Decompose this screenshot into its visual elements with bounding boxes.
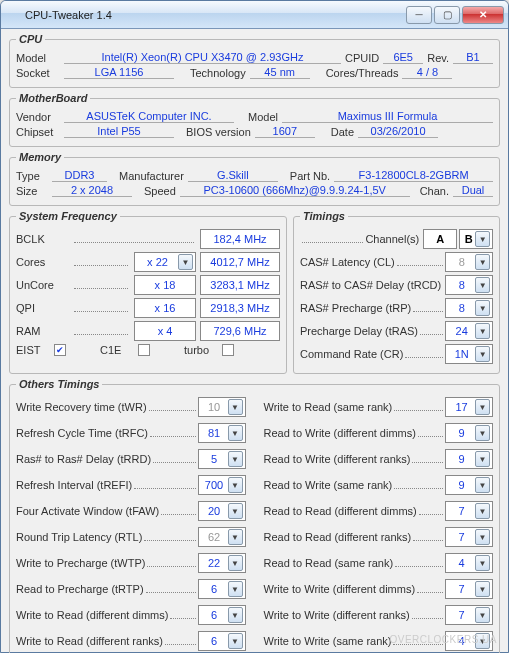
timing-select[interactable]: 9▼ xyxy=(445,449,493,469)
chevron-down-icon: ▼ xyxy=(228,451,243,467)
label: Manufacturer xyxy=(119,170,184,182)
uncore-value: 3283,1 MHz xyxy=(200,275,280,295)
mb-legend: MotherBoard xyxy=(16,92,90,104)
cpu-tech: 45 nm xyxy=(250,66,310,79)
timing-label: Write Recovery time (tWR) xyxy=(16,401,147,413)
timing-label: Write to Read (different ranks) xyxy=(16,635,163,647)
label: RAM xyxy=(16,325,68,337)
cpu-cores-threads: 4 / 8 xyxy=(402,66,452,79)
timing-select[interactable]: 8▼ xyxy=(445,275,493,295)
chevron-down-icon: ▼ xyxy=(475,231,490,247)
sys-legend: System Frequency xyxy=(16,210,120,222)
timing-select[interactable]: 10▼ xyxy=(198,397,246,417)
mb-chipset: Intel P55 xyxy=(64,125,174,138)
ram-value: 729,6 MHz xyxy=(200,321,280,341)
label: BIOS version xyxy=(186,126,251,138)
timing-label: Write to Read (same rank) xyxy=(264,401,393,413)
label: Chipset xyxy=(16,126,60,138)
close-button[interactable]: ✕ xyxy=(462,6,504,24)
timing-select[interactable]: 700▼ xyxy=(198,475,246,495)
timing-select[interactable]: 7▼ xyxy=(445,605,493,625)
cores-value: 4012,7 MHz xyxy=(200,252,280,272)
chevron-down-icon: ▼ xyxy=(228,581,243,597)
label: Date xyxy=(331,126,354,138)
timing-select[interactable]: 9▼ xyxy=(445,475,493,495)
label: turbo xyxy=(184,344,218,356)
timing-select[interactable]: 22▼ xyxy=(198,553,246,573)
timing-select[interactable]: 7▼ xyxy=(445,527,493,547)
timing-select[interactable]: 6▼ xyxy=(198,631,246,651)
timing-select[interactable]: 17▼ xyxy=(445,397,493,417)
timing-label: CAS# Latency (CL) xyxy=(300,256,395,268)
turbo-checkbox[interactable] xyxy=(222,344,234,356)
mem-mfr: G.Skill xyxy=(188,169,278,182)
c1e-checkbox[interactable] xyxy=(138,344,150,356)
timing-select[interactable]: 8▼ xyxy=(445,298,493,318)
minimize-button[interactable]: ─ xyxy=(406,6,432,24)
mb-model: Maximus III Formula xyxy=(282,110,493,123)
chevron-down-icon: ▼ xyxy=(475,555,490,571)
chevron-down-icon: ▼ xyxy=(228,399,243,415)
titlebar[interactable]: CPU-Tweaker 1.4 ─ ▢ ✕ xyxy=(1,1,508,29)
timing-select[interactable]: 4▼ xyxy=(445,553,493,573)
timing-label: Read to Read (same rank) xyxy=(264,557,394,569)
cpu-group: CPU Model Intel(R) Xeon(R) CPU X3470 @ 2… xyxy=(9,33,500,88)
timing-select[interactable]: 7▼ xyxy=(445,501,493,521)
timing-label: Write to Write (same rank) xyxy=(264,635,392,647)
mb-date: 03/26/2010 xyxy=(358,125,438,138)
label: Speed xyxy=(144,185,176,197)
channel-a-select[interactable]: A xyxy=(423,229,457,249)
memory-group: Memory Type DDR3 Manufacturer G.Skill Pa… xyxy=(9,151,500,206)
label: Model xyxy=(248,111,278,123)
timing-select[interactable]: 1N▼ xyxy=(445,344,493,364)
motherboard-group: MotherBoard Vendor ASUSTeK Computer INC.… xyxy=(9,92,500,147)
window-title: CPU-Tweaker 1.4 xyxy=(5,9,404,21)
label: Chan. xyxy=(420,185,449,197)
timing-label: Read to Read (different ranks) xyxy=(264,531,412,543)
timing-label: Read to Write (different dimms) xyxy=(264,427,416,439)
label: BCLK xyxy=(16,233,68,245)
timing-select[interactable]: 24▼ xyxy=(445,321,493,341)
label: Cores xyxy=(16,256,68,268)
qpi-mult: x 16 xyxy=(134,298,196,318)
timing-select[interactable]: 9▼ xyxy=(445,423,493,443)
eist-checkbox[interactable]: ✔ xyxy=(54,344,66,356)
timing-label: Write to Write (different dimms) xyxy=(264,583,416,595)
chevron-down-icon: ▼ xyxy=(475,529,490,545)
channel-b-select[interactable]: B▼ xyxy=(459,229,493,249)
label: Size xyxy=(16,185,48,197)
timing-label: Precharge Delay (tRAS) xyxy=(300,325,418,337)
uncore-mult: x 18 xyxy=(134,275,196,295)
tim-legend: Timings xyxy=(300,210,348,222)
timing-label: RAS# Precharge (tRP) xyxy=(300,302,411,314)
timing-label: Refresh Interval (tREFI) xyxy=(16,479,132,491)
timing-select[interactable]: 6▼ xyxy=(198,579,246,599)
qpi-value: 2918,3 MHz xyxy=(200,298,280,318)
maximize-button[interactable]: ▢ xyxy=(434,6,460,24)
chevron-down-icon: ▼ xyxy=(228,477,243,493)
timing-select[interactable]: 5▼ xyxy=(198,449,246,469)
chevron-down-icon: ▼ xyxy=(475,300,490,316)
timing-select[interactable]: 8▼ xyxy=(445,252,493,272)
timing-select[interactable]: 6▼ xyxy=(198,605,246,625)
cpu-cpuid: 6E5 xyxy=(383,51,423,64)
mem-type: DDR3 xyxy=(52,169,107,182)
label: Vendor xyxy=(16,111,60,123)
sysfreq-group: System Frequency BCLK 182,4 MHz Cores x … xyxy=(9,210,287,374)
watermark: OVERCLOCKERS.UA xyxy=(389,634,497,645)
timing-label: Command Rate (CR) xyxy=(300,348,403,360)
cores-mult-select[interactable]: x 22▼ xyxy=(134,252,196,272)
other-timings-group: Others Timings Write Recovery time (tWR)… xyxy=(9,378,500,653)
timing-select[interactable]: 7▼ xyxy=(445,579,493,599)
chevron-down-icon: ▼ xyxy=(228,555,243,571)
ot-legend: Others Timings xyxy=(16,378,102,390)
timing-select[interactable]: 81▼ xyxy=(198,423,246,443)
timing-label: Round Trip Latency (RTL) xyxy=(16,531,142,543)
timing-label: Four Activate Window (tFAW) xyxy=(16,505,159,517)
mem-speed: PC3-10600 (666Mhz)@9.9.9.24-1,5V xyxy=(180,184,410,197)
timing-select[interactable]: 20▼ xyxy=(198,501,246,521)
cpu-rev: B1 xyxy=(453,51,493,64)
mb-bios: 1607 xyxy=(255,125,315,138)
chevron-down-icon: ▼ xyxy=(228,633,243,649)
timing-select[interactable]: 62▼ xyxy=(198,527,246,547)
